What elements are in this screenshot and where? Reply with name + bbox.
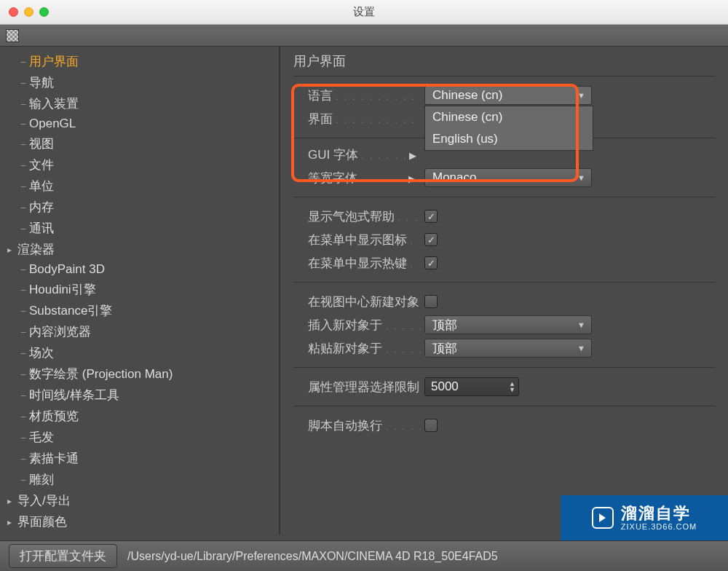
- row-menu-icons: 在菜单中显示图标 . ✓: [308, 229, 715, 250]
- submenu-icon[interactable]: ▶: [408, 173, 416, 184]
- sidebar-item-label: 导航: [29, 74, 54, 91]
- chevron-down-icon: ▼: [577, 320, 585, 329]
- sidebar-item-label: 场次: [29, 344, 54, 361]
- tree-dash: –: [17, 57, 29, 67]
- label-menu-hotkeys: 在菜单中显示热键 .: [308, 255, 424, 272]
- sidebar-item[interactable]: –通讯: [0, 218, 279, 239]
- dropdown-mono-font[interactable]: Monaco ▼: [424, 168, 592, 187]
- sidebar-item[interactable]: –素描卡通: [0, 448, 279, 469]
- sidebar-item-label: 时间线/样条工具: [29, 387, 119, 403]
- checkbox-bubble-help[interactable]: ✓: [424, 210, 438, 223]
- sidebar-item[interactable]: ▸渲染器: [0, 239, 279, 260]
- label-mono-font: 等宽字体 . . . . . .▶: [308, 170, 424, 186]
- checkbox-menu-icons[interactable]: ✓: [424, 233, 438, 246]
- tree-dash: –: [17, 475, 29, 485]
- row-insert-at: 插入新对象于 . . . . . 顶部 ▼: [308, 315, 715, 335]
- tree-dash: –: [17, 433, 29, 443]
- tree-dash: –: [17, 78, 29, 88]
- checker-icon[interactable]: [6, 29, 19, 42]
- row-create-center: 在视图中心新建对象: [308, 291, 715, 312]
- sidebar-item-label: 导入/导出: [17, 492, 71, 509]
- sidebar-item[interactable]: ▸界面颜色: [0, 511, 279, 532]
- sidebar-item[interactable]: –BodyPaint 3D: [0, 260, 279, 279]
- expand-icon[interactable]: ▸: [7, 517, 17, 527]
- dropdown-insert-at-value: 顶部: [432, 317, 457, 334]
- sidebar-item[interactable]: –视图: [0, 133, 279, 154]
- group-language: 语言 . . . . . . . . . . Chinese (cn) ▼ Ch…: [293, 76, 715, 138]
- label-attr-limit: 属性管理器选择限制: [308, 379, 424, 395]
- checkbox-menu-hotkeys[interactable]: ✓: [424, 256, 438, 269]
- sidebar-item-label: 用户界面: [29, 53, 79, 70]
- titlebar: 设置: [0, 0, 728, 25]
- sidebar-item[interactable]: –Houdini引擎: [0, 279, 279, 300]
- sidebar-item[interactable]: –时间线/样条工具: [0, 385, 279, 406]
- tree-dash: –: [17, 160, 29, 170]
- label-bubble-help: 显示气泡式帮助 . . .: [308, 208, 424, 225]
- sidebar-item-label: OpenGL: [29, 117, 76, 131]
- tree-dash: –: [17, 99, 29, 109]
- expand-icon[interactable]: ▸: [7, 245, 17, 255]
- sidebar-item[interactable]: –数字绘景 (Projection Man): [0, 363, 279, 385]
- spinner-icon[interactable]: ▲▼: [509, 381, 515, 393]
- submenu-icon[interactable]: ▶: [409, 150, 416, 161]
- label-script-wrap: 脚本自动换行 . . . . .: [308, 417, 424, 434]
- dropdown-option[interactable]: English (us): [425, 128, 593, 150]
- sidebar-item-label: 渲染器: [17, 241, 55, 258]
- footer: 打开配置文件夹 /Users/yd-ue/Library/Preferences…: [0, 540, 728, 571]
- checkbox-script-wrap[interactable]: [424, 419, 438, 432]
- sidebar-item[interactable]: –内存: [0, 197, 279, 218]
- panel-title: 用户界面: [293, 52, 715, 70]
- window-title: 设置: [0, 5, 728, 19]
- dropdown-option[interactable]: Chinese (cn): [425, 106, 593, 128]
- sidebar-item-label: 通讯: [29, 220, 54, 237]
- sidebar-item[interactable]: –毛发: [0, 427, 279, 448]
- sidebar-item[interactable]: –场次: [0, 342, 279, 363]
- tree-dash: –: [17, 181, 29, 192]
- sidebar-item[interactable]: ▸导入/导出: [0, 490, 279, 511]
- sidebar-item[interactable]: –雕刻: [0, 469, 279, 490]
- sidebar-item[interactable]: –文件: [0, 154, 279, 176]
- dropdown-paste-at[interactable]: 顶部 ▼: [424, 339, 592, 358]
- tree-dash: –: [17, 139, 29, 149]
- tree-dash: –: [17, 454, 29, 464]
- label-paste-at: 粘贴新对象于 . . . . .: [308, 340, 424, 357]
- row-menu-hotkeys: 在菜单中显示热键 . ✓: [308, 253, 715, 273]
- sidebar-item[interactable]: –单位: [0, 176, 279, 197]
- dropdown-language[interactable]: Chinese (cn) ▼ Chinese (cn) English (us): [424, 86, 592, 105]
- row-attr-limit: 属性管理器选择限制 5000 ▲▼: [308, 377, 715, 397]
- sidebar-item[interactable]: –导航: [0, 72, 279, 93]
- row-language: 语言 . . . . . . . . . . Chinese (cn) ▼ Ch…: [308, 85, 715, 106]
- chevron-down-icon: ▼: [577, 344, 585, 353]
- sidebar-item-label: 单位: [29, 178, 54, 194]
- sidebar-item-label: 雕刻: [29, 471, 54, 488]
- dropdown-language-list: Chinese (cn) English (us): [424, 106, 593, 151]
- sidebar-item-label: Houdini引擎: [29, 281, 96, 298]
- group-create: 在视图中心新建对象 插入新对象于 . . . . . 顶部 ▼ 粘贴新对象于 .…: [293, 282, 715, 367]
- dropdown-language-value: Chinese (cn): [432, 88, 502, 103]
- tree-dash: –: [17, 264, 29, 275]
- sidebar-item[interactable]: –Substance引擎: [0, 300, 279, 321]
- open-prefs-folder-button[interactable]: 打开配置文件夹: [9, 544, 117, 568]
- sidebar-item-label: 毛发: [29, 429, 54, 446]
- sidebar-item[interactable]: –OpenGL: [0, 114, 279, 133]
- sidebar-item[interactable]: –内容浏览器: [0, 321, 279, 342]
- input-attr-limit-value: 5000: [431, 379, 459, 394]
- label-menu-icons: 在菜单中显示图标 .: [308, 232, 424, 248]
- tree-dash: –: [17, 119, 29, 129]
- dropdown-paste-at-value: 顶部: [432, 340, 457, 357]
- tree-dash: –: [17, 285, 29, 295]
- checkbox-create-center[interactable]: [424, 295, 438, 308]
- label-create-center: 在视图中心新建对象: [308, 294, 424, 310]
- dropdown-insert-at[interactable]: 顶部 ▼: [424, 315, 592, 334]
- sidebar-item-label: 界面颜色: [17, 513, 67, 530]
- input-attr-limit[interactable]: 5000 ▲▼: [424, 377, 519, 396]
- tree-dash: –: [17, 202, 29, 213]
- tree-dash: –: [17, 348, 29, 358]
- sidebar-item[interactable]: –用户界面: [0, 51, 279, 72]
- tree-dash: –: [17, 411, 29, 422]
- watermark-sub: ZIXUE.3D66.COM: [621, 522, 697, 531]
- label-interface: 界面 . . . . . . . . . .: [308, 111, 424, 127]
- sidebar-item[interactable]: –材质预览: [0, 406, 279, 427]
- expand-icon[interactable]: ▸: [7, 496, 17, 506]
- sidebar-item[interactable]: –输入装置: [0, 93, 279, 114]
